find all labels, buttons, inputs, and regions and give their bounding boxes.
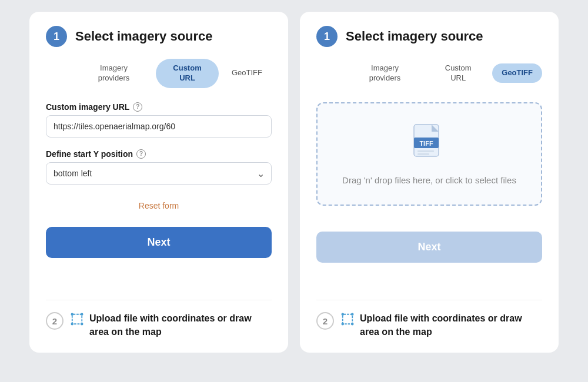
svg-point-2 [81,314,83,316]
svg-point-1 [71,314,73,316]
right-next-button[interactable]: Next [316,232,542,263]
right-card: 1 Select imagery source Imagery provider… [300,12,559,353]
url-field-group: Custom imagery URL ? [46,102,272,138]
right-step-title: Select imagery source [346,29,483,44]
position-help-icon[interactable]: ? [136,149,146,159]
left-step2-badge: 2 [46,312,64,330]
right-tab-group: Imagery providers Custom URL GeoTIFF [316,59,542,88]
tab-imagery-providers-right[interactable]: Imagery providers [346,59,424,88]
svg-point-15 [352,323,353,325]
left-step-badge: 1 [46,26,67,47]
reset-form-button[interactable]: Reset form [46,201,272,210]
right-step2: 2 Upload file with coordinates or draw a… [316,300,542,339]
url-help-icon[interactable]: ? [133,102,142,112]
coordinates-icon-left [71,313,83,329]
svg-rect-9 [417,150,434,152]
left-tab-group: Imagery providers Custom URL GeoTIFF [46,59,272,88]
left-step2: 2 Upload file with coordinates or draw a… [46,300,272,339]
position-field-label: Define start Y position ? [46,149,272,159]
svg-point-14 [342,323,343,325]
left-form: Custom imagery URL ? Define start Y posi… [46,102,272,300]
svg-point-12 [342,314,343,316]
svg-rect-10 [417,153,429,155]
right-step2-badge: 2 [316,312,334,330]
right-header: 1 Select imagery source [316,26,542,47]
right-step2-text: Upload file with coordinates or draw are… [360,312,542,339]
tab-geotiff-right[interactable]: GeoTIFF [492,63,542,83]
svg-rect-0 [72,314,82,324]
left-step2-text: Upload file with coordinates or draw are… [89,312,272,339]
tab-imagery-providers-left[interactable]: Imagery providers [75,59,152,88]
position-select-wrapper: bottom left top left top right bottom ri… [46,162,272,185]
svg-point-4 [81,323,83,325]
left-step2-content: Upload file with coordinates or draw are… [71,312,272,339]
tab-custom-url-left[interactable]: Custom URL [156,59,219,88]
right-step-badge: 1 [316,26,338,47]
left-next-button[interactable]: Next [46,227,272,258]
position-field-group: Define start Y position ? bottom left to… [46,149,272,185]
file-dropzone[interactable]: TIFF Drag 'n' drop files here, or click … [316,102,542,206]
svg-point-3 [71,323,73,325]
svg-text:TIFF: TIFF [419,140,433,147]
position-select[interactable]: bottom left top left top right bottom ri… [46,162,272,185]
url-input[interactable] [46,115,272,138]
coordinates-icon-right [341,313,354,329]
tiff-file-icon: TIFF [412,121,447,166]
url-field-label: Custom imagery URL ? [46,102,272,112]
tab-custom-url-right[interactable]: Custom URL [427,59,489,88]
svg-rect-11 [343,314,353,324]
left-card: 1 Select imagery source Imagery provider… [29,12,288,353]
left-step-title: Select imagery source [75,29,213,44]
left-header: 1 Select imagery source [46,26,272,47]
right-step2-content: Upload file with coordinates or draw are… [341,312,542,339]
svg-point-13 [352,314,353,316]
tab-geotiff-left[interactable]: GeoTIFF [222,63,272,83]
right-form: TIFF Drag 'n' drop files here, or click … [316,102,542,300]
dropzone-text: Drag 'n' drop files here, or click to se… [342,174,516,187]
